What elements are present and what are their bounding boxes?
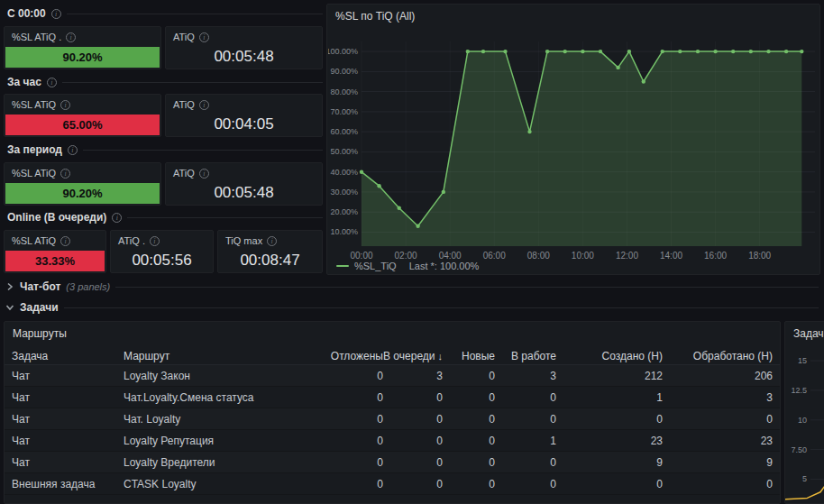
- svg-text:16:00: 16:00: [704, 251, 727, 261]
- table-cell: 3: [495, 370, 556, 382]
- stat-value: 00:05:56: [111, 252, 213, 270]
- column-header-3[interactable]: В очереди↓: [383, 350, 443, 362]
- panel-title[interactable]: %SL ATiQ .: [12, 32, 76, 42]
- table-cell: 23: [556, 435, 663, 447]
- svg-text:12.5: 12.5: [791, 386, 807, 395]
- divider: [67, 14, 323, 14]
- panel-title[interactable]: ATiQ: [173, 99, 209, 110]
- table-cell: 0: [383, 456, 443, 469]
- info-icon[interactable]: [267, 236, 277, 246]
- stat-panel-sl-atiq: %SL ATiQ 65.00%: [4, 94, 161, 137]
- column-header-2[interactable]: Отложены: [311, 350, 383, 362]
- panel-title[interactable]: ATiQ: [173, 168, 209, 179]
- info-icon[interactable]: [66, 32, 76, 42]
- svg-text:18:00: 18:00: [748, 251, 771, 261]
- info-icon[interactable]: [60, 236, 70, 246]
- column-header-6[interactable]: Создано (H): [556, 350, 663, 362]
- info-icon[interactable]: [199, 32, 209, 42]
- row-header-online[interactable]: Online (В очереди): [7, 210, 323, 225]
- svg-text:10:00: 10:00: [572, 251, 594, 261]
- stat-value: 33.33%: [35, 254, 75, 268]
- panel-title[interactable]: TiQ max: [225, 235, 277, 246]
- timeseries-panel-tasks: Задачи (All 1512.5107.505: [784, 321, 824, 504]
- table-cell: 0: [443, 435, 495, 447]
- stat-bar: 33.33%: [5, 251, 105, 271]
- table-cell: 0: [495, 391, 556, 404]
- info-icon[interactable]: [60, 100, 70, 110]
- chevron-right-icon: [5, 282, 14, 291]
- svg-text:12:00: 12:00: [616, 251, 638, 261]
- panel-title-text: %SL ATiQ: [12, 99, 56, 110]
- row-header-za-period[interactable]: За период: [7, 142, 323, 157]
- table-cell: Чат: [12, 391, 124, 404]
- table-row: ЧатLoyalty Закон0303212206: [5, 365, 780, 387]
- stat-panel-sl-atiq: %SL ATiQ 90.20%: [4, 162, 161, 206]
- panel-title[interactable]: Маршруты: [13, 327, 67, 340]
- table-cell: 0: [311, 435, 383, 447]
- column-header-7[interactable]: Обработано (H): [663, 350, 773, 362]
- divider: [127, 217, 323, 218]
- info-icon[interactable]: [68, 145, 78, 155]
- panel-title[interactable]: %SL по TiQ (All): [335, 10, 415, 23]
- table-cell: 23: [663, 435, 773, 447]
- table-cell: Чат: [12, 413, 124, 426]
- legend-series-color-icon: [336, 265, 349, 267]
- timeseries-plot[interactable]: 1512.5107.505: [785, 342, 824, 504]
- legend-series-label[interactable]: %SL_TiQ: [354, 261, 397, 271]
- table-cell: 0: [663, 413, 773, 426]
- stat-panel-atiq: ATiQ 00:04:05: [165, 94, 323, 137]
- row-header-from-0000[interactable]: С 00:00: [7, 6, 323, 21]
- legend-last-value: Last *: 100.00%: [409, 261, 480, 271]
- info-icon[interactable]: [199, 100, 209, 110]
- row-label: Online (В очереди): [7, 211, 106, 224]
- svg-text:60.00%: 60.00%: [330, 127, 358, 136]
- table-cell: 0: [443, 413, 495, 426]
- timeseries-plot[interactable]: 00:0002:0004:0006:0008:0010:0012:0014:00…: [328, 26, 820, 262]
- stat-value: 90.20%: [62, 50, 102, 64]
- table-cell: CTASK Loyalty: [124, 478, 311, 490]
- row-header-tasks[interactable]: Задачи: [5, 300, 819, 315]
- stat-panel-atiq: ATiQ . 00:05:56: [110, 230, 214, 273]
- table-row: ЧатLoyalty Репутация00012323: [5, 430, 780, 452]
- info-icon[interactable]: [199, 169, 209, 179]
- svg-text:90.00%: 90.00%: [330, 67, 358, 76]
- column-header-1[interactable]: Маршрут: [124, 350, 311, 362]
- info-icon[interactable]: [150, 236, 160, 246]
- row-header-za-chas[interactable]: За час: [7, 75, 323, 89]
- stat-panel-atiq: ATiQ 00:05:48: [165, 162, 323, 206]
- info-icon[interactable]: [112, 213, 122, 223]
- table-row: ЧатLoyalty Вредители000099: [5, 452, 780, 473]
- table-cell: Чат: [12, 456, 124, 469]
- stat-panel-tiq-max: TiQ max 00:08:47: [217, 230, 323, 273]
- column-header-5[interactable]: В работе: [495, 350, 556, 362]
- svg-text:02:00: 02:00: [395, 251, 417, 261]
- table-cell: 3: [383, 370, 443, 382]
- row-label: За час: [7, 76, 41, 88]
- svg-text:14:00: 14:00: [660, 251, 682, 261]
- panel-title[interactable]: ATiQ .: [118, 235, 160, 246]
- column-header-4[interactable]: Новые: [443, 350, 495, 362]
- panel-title[interactable]: ATiQ: [173, 32, 209, 42]
- row-header-chatbot[interactable]: Чат-бот (3 panels): [5, 279, 819, 294]
- info-icon[interactable]: [60, 169, 70, 179]
- info-icon[interactable]: [51, 9, 61, 19]
- stat-value: 65.00%: [62, 118, 102, 132]
- panel-title[interactable]: %SL ATiQ: [12, 99, 70, 110]
- svg-text:7.50: 7.50: [791, 445, 807, 454]
- stat-value: 00:04:05: [166, 115, 322, 133]
- chart-legend[interactable]: %SL_TiQ Last *: 100.00%: [336, 261, 479, 271]
- table-cell: 1: [495, 435, 556, 447]
- table-cell: 0: [311, 391, 383, 404]
- table-cell: 0: [443, 370, 495, 382]
- svg-text:100.00%: 100.00%: [328, 47, 358, 56]
- table-cell: Чат. Loyalty: [124, 413, 311, 426]
- row-panel-count: (3 panels): [66, 281, 110, 292]
- info-icon[interactable]: [47, 78, 57, 87]
- table-cell: 212: [556, 370, 663, 382]
- table-cell: 0: [556, 413, 663, 426]
- column-header-0[interactable]: Задача: [12, 350, 124, 362]
- panel-title[interactable]: %SL ATiQ: [12, 168, 70, 179]
- panel-title[interactable]: %SL ATiQ: [12, 235, 70, 246]
- panel-title[interactable]: Задачи (All: [793, 327, 824, 340]
- svg-text:04:00: 04:00: [439, 251, 462, 261]
